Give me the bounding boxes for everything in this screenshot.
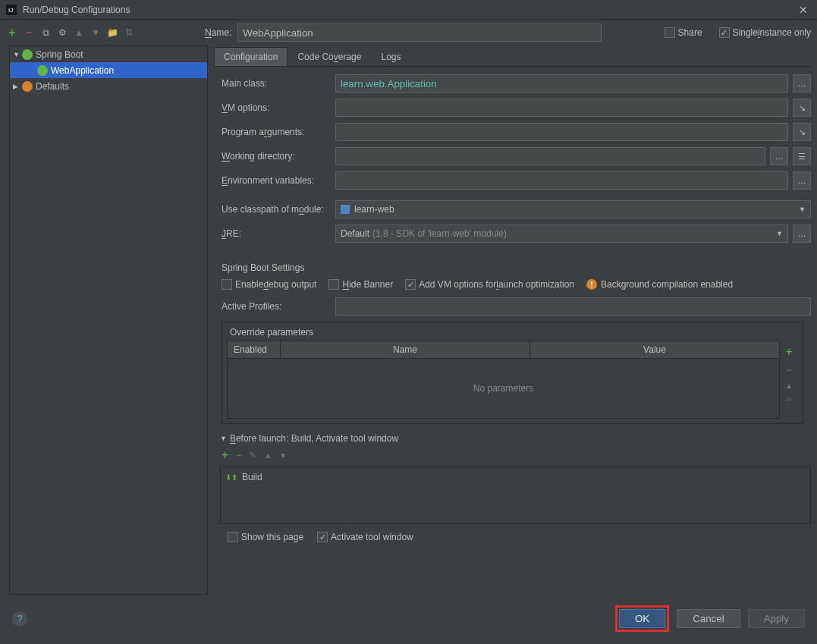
bg-compile-status: !Background compilation enabled: [586, 279, 733, 290]
before-build-item[interactable]: ⬇⬆ Build: [224, 470, 807, 484]
ok-highlight: OK: [615, 605, 669, 632]
main-class-label: Main class:: [222, 78, 335, 89]
param-remove-icon[interactable]: −: [786, 365, 791, 375]
before-add-icon[interactable]: +: [222, 448, 228, 462]
before-down-icon[interactable]: ▼: [279, 451, 287, 460]
activate-tool-checkbox[interactable]: Activate tool window: [317, 532, 413, 542]
folder-icon[interactable]: 📁: [106, 27, 118, 39]
program-args-input[interactable]: [335, 123, 788, 141]
program-args-expand[interactable]: ↘: [793, 123, 811, 141]
jre-select[interactable]: Default (1.8 - SDK of 'learn-web' module…: [335, 225, 788, 243]
vm-options-input[interactable]: [335, 99, 788, 117]
active-profiles-input[interactable]: [335, 297, 811, 316]
remove-icon[interactable]: −: [23, 27, 35, 39]
jre-browse[interactable]: …: [793, 225, 811, 243]
tabs: Configuration Code Coverage Logs: [214, 47, 811, 67]
main-class-browse[interactable]: …: [793, 74, 811, 93]
hide-banner-checkbox[interactable]: Hide Banner: [328, 279, 393, 290]
ok-button[interactable]: OK: [619, 609, 665, 628]
program-args-label: Program arguments:: [222, 127, 335, 137]
param-add-icon[interactable]: +: [785, 345, 792, 359]
name-label: Name:: [205, 27, 231, 38]
main-class-input[interactable]: [335, 74, 788, 93]
before-launch-list: ⬇⬆ Build: [220, 467, 811, 524]
settings-icon[interactable]: ⚙: [56, 27, 68, 39]
vm-options-label: VM options:: [222, 102, 335, 113]
tab-logs[interactable]: Logs: [371, 47, 410, 66]
param-table-empty: No parameters: [228, 359, 779, 418]
single-instance-checkbox[interactable]: Single instance only: [719, 27, 811, 38]
help-icon[interactable]: ?: [12, 611, 27, 627]
enable-debug-checkbox[interactable]: Enable debug output: [222, 279, 316, 290]
title-bar: IJ Run/Debug Configurations ✕: [0, 0, 817, 20]
env-vars-label: Environment variables:: [222, 175, 335, 186]
classpath-select[interactable]: learn-web ▼: [335, 200, 811, 218]
env-vars-browse[interactable]: …: [793, 171, 811, 190]
before-up-icon[interactable]: ▲: [264, 451, 272, 460]
before-remove-icon[interactable]: −: [236, 450, 241, 460]
close-icon[interactable]: ✕: [796, 4, 811, 16]
name-input[interactable]: [237, 24, 602, 42]
active-profiles-label: Active Profiles:: [222, 301, 335, 312]
sort-icon[interactable]: ⇅: [123, 27, 135, 39]
down-icon[interactable]: ▼: [90, 27, 102, 39]
tree-webapplication[interactable]: WebApplication: [10, 62, 207, 78]
tab-configuration[interactable]: Configuration: [214, 47, 288, 66]
apply-button[interactable]: Apply: [748, 609, 805, 628]
svg-text:IJ: IJ: [8, 7, 13, 14]
override-parameters: Override parameters Enabled Name Value N…: [222, 322, 803, 424]
working-dir-input[interactable]: [335, 147, 765, 165]
env-vars-input[interactable]: [335, 171, 788, 190]
param-expand-icon[interactable]: ››: [787, 396, 791, 404]
up-icon[interactable]: ▲: [73, 27, 85, 39]
config-tree: ▼ Spring Boot WebApplication ▶ Defaults: [9, 46, 208, 595]
working-dir-list[interactable]: ☰: [793, 147, 811, 165]
working-dir-browse[interactable]: …: [770, 147, 788, 165]
tree-spring-boot[interactable]: ▼ Spring Boot: [10, 46, 207, 62]
add-icon[interactable]: +: [6, 27, 18, 39]
show-this-page-checkbox[interactable]: Show this page: [228, 532, 303, 542]
override-title: Override parameters: [227, 327, 798, 341]
tab-code-coverage[interactable]: Code Coverage: [288, 47, 371, 66]
before-edit-icon[interactable]: ✎: [249, 450, 256, 460]
vm-options-expand[interactable]: ↘: [793, 99, 811, 117]
window-title: Run/Debug Configurations: [23, 5, 130, 15]
copy-icon[interactable]: ⧉: [39, 27, 52, 39]
config-toolbar: + − ⧉ ⚙ ▲ ▼ 📁 ⇅: [6, 27, 205, 39]
app-icon: IJ: [6, 5, 17, 15]
share-checkbox[interactable]: Share: [665, 27, 702, 38]
tree-defaults[interactable]: ▶ Defaults: [10, 78, 207, 94]
working-dir-label: Working directory:: [222, 151, 335, 162]
jre-label: JRE:: [222, 228, 335, 239]
param-table-header: Enabled Name Value: [228, 341, 779, 359]
before-launch-header[interactable]: ▼ Before launch: Build, Activate tool wi…: [220, 433, 811, 444]
add-vm-checkbox[interactable]: Add VM options for launch optimization: [405, 279, 574, 290]
cancel-button[interactable]: Cancel: [677, 609, 740, 628]
classpath-label: Use classpath of module:: [222, 204, 335, 215]
spring-section-header: Spring Boot Settings: [214, 249, 811, 279]
param-up-icon[interactable]: ▲: [785, 382, 793, 390]
